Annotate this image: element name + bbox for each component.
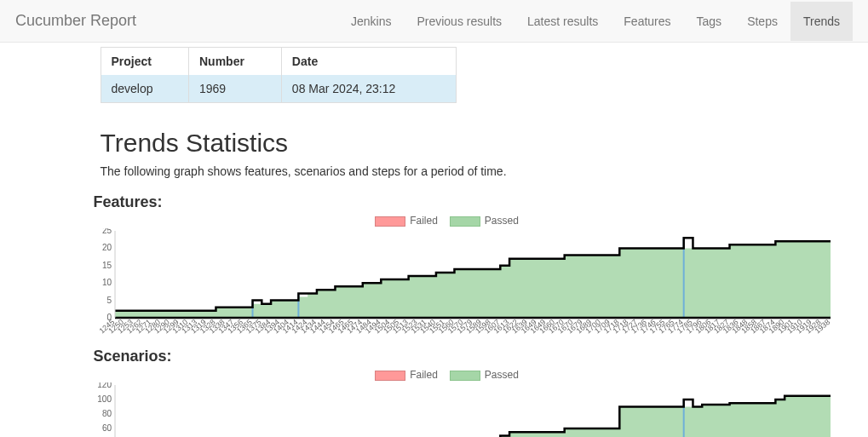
legend-passed: Passed	[450, 369, 519, 381]
cell-date: 08 Mar 2024, 23:12	[281, 75, 456, 103]
svg-text:25: 25	[101, 228, 112, 235]
svg-rect-8	[682, 238, 684, 318]
table-row: develop 1969 08 Mar 2024, 23:12	[101, 75, 456, 103]
svg-text:5: 5	[106, 296, 112, 305]
svg-text:20: 20	[101, 243, 112, 252]
legend-failed: Failed	[375, 215, 438, 227]
scenarios-chart: Failed Passed 02040608010012012451250125…	[94, 369, 801, 437]
svg-text:80: 80	[101, 409, 112, 418]
nav-trends[interactable]: Trends	[790, 2, 853, 41]
brand: Cucumber Report	[15, 12, 136, 30]
page-subtitle: The following graph shows features, scen…	[101, 164, 843, 178]
svg-text:60: 60	[101, 423, 112, 433]
build-info-table: Project Number Date develop 1969 08 Mar …	[101, 47, 457, 103]
col-project: Project	[101, 48, 188, 76]
chart-legend: Failed Passed	[94, 215, 801, 227]
svg-text:100: 100	[97, 394, 112, 404]
main-container: Project Number Date develop 1969 08 Mar …	[9, 47, 860, 437]
cell-number: 1969	[188, 75, 281, 103]
col-date: Date	[281, 48, 456, 76]
legend-failed: Failed	[375, 369, 438, 381]
svg-text:15: 15	[101, 261, 112, 270]
chart-legend: Failed Passed	[94, 369, 801, 381]
col-number: Number	[188, 48, 281, 76]
svg-text:120: 120	[97, 382, 112, 389]
nav-jenkins[interactable]: Jenkins	[338, 2, 404, 41]
cell-project: develop	[101, 75, 188, 103]
nav-tags[interactable]: Tags	[684, 2, 735, 41]
svg-text:10: 10	[101, 278, 112, 287]
nav-latest-results[interactable]: Latest results	[514, 2, 611, 41]
nav-steps[interactable]: Steps	[734, 2, 790, 41]
navbar: Cucumber Report JenkinsPrevious resultsL…	[0, 0, 868, 43]
legend-passed: Passed	[450, 215, 519, 227]
features-chart: Failed Passed 05101520251245125012531262…	[94, 215, 801, 339]
nav-previous-results[interactable]: Previous results	[404, 2, 514, 41]
scenarios-label: Scenarios:	[94, 348, 843, 365]
features-label: Features:	[94, 193, 843, 211]
nav-features[interactable]: Features	[611, 2, 683, 41]
page-title: Trends Statistics	[101, 129, 843, 158]
nav-links: JenkinsPrevious resultsLatest resultsFea…	[338, 2, 853, 41]
